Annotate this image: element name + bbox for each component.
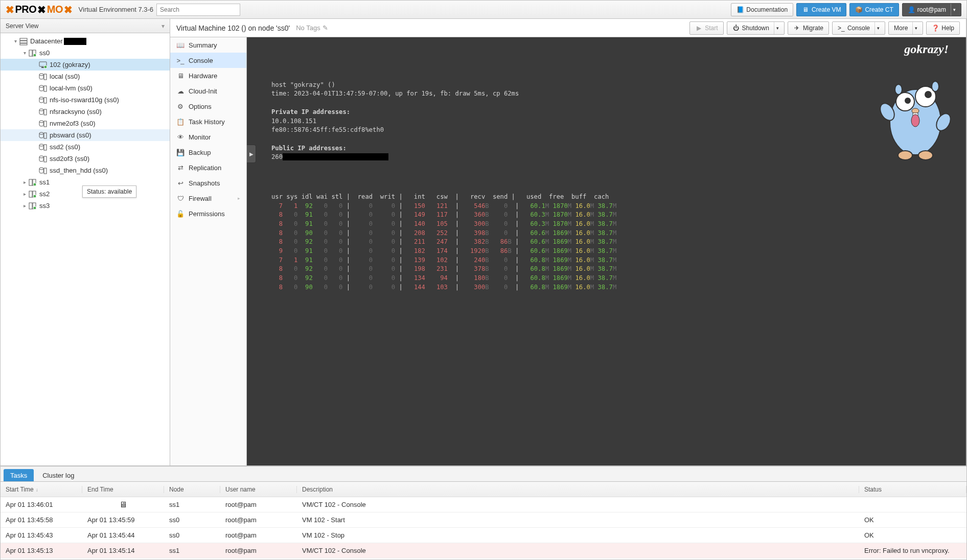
- svg-point-43: [911, 114, 919, 127]
- subnav-label: Console: [189, 57, 213, 64]
- col-start-time[interactable]: Start Time↓: [1, 486, 82, 493]
- svg-point-46: [898, 151, 912, 160]
- tree-item-local-lvm-ss0-[interactable]: local-lvm (ss0): [1, 82, 170, 94]
- subnav-console[interactable]: >_Console: [170, 53, 246, 68]
- col-user[interactable]: User name: [220, 486, 297, 493]
- subnav-monitor[interactable]: 👁Monitor: [170, 129, 246, 145]
- expand-icon: ▸: [21, 203, 28, 208]
- documentation-button[interactable]: 📘Documentation: [731, 3, 793, 16]
- logo-pro: PRO: [15, 4, 37, 15]
- tree-item-nvme2of3-ss0-[interactable]: nvme2of3 (ss0): [1, 118, 170, 129]
- tree-item-label: local-lvm (ss0): [50, 84, 93, 92]
- shutdown-label: Shutdown: [742, 25, 769, 32]
- help-icon: ❓: [932, 25, 939, 32]
- task-log-row[interactable]: Apr 01 13:46:01🖥ss1root@pamVM/CT 102 - C…: [1, 497, 966, 512]
- top-bar: ✖ PRO ✖ MO ✖ Virtual Environment 7.3-6 📘…: [1, 1, 966, 19]
- col-end-time[interactable]: End Time: [82, 486, 164, 493]
- col-node[interactable]: Node: [164, 486, 220, 493]
- subnav-label: Snapshots: [189, 179, 220, 187]
- tab-tasks[interactable]: Tasks: [4, 469, 34, 481]
- svg-point-21: [39, 144, 43, 146]
- subnav-task-history[interactable]: 📋Task History: [170, 114, 246, 129]
- subnav-replication[interactable]: ⇄Replication: [170, 160, 246, 175]
- cell-desc: VM/CT 102 - Console: [297, 501, 859, 508]
- subnav-cloud-init[interactable]: ☁Cloud-Init: [170, 83, 246, 99]
- tree-item-ss3[interactable]: ▸ss3: [1, 200, 170, 212]
- subnav-label: Firewall: [189, 195, 212, 202]
- svg-point-35: [33, 206, 36, 209]
- tree-item-pbsward-ss0-[interactable]: pbsward (ss0): [1, 129, 170, 141]
- subnav-options[interactable]: ⚙Options: [170, 99, 246, 114]
- tree-item-ssd2of3-ss0-[interactable]: ssd2of3 (ss0): [1, 153, 170, 165]
- cell-start: Apr 01 13:45:13: [1, 547, 82, 554]
- node-icon: [28, 202, 37, 210]
- help-button[interactable]: ❓Help: [926, 21, 960, 35]
- svg-rect-10: [44, 74, 47, 80]
- create-ct-label: Create CT: [865, 6, 893, 13]
- shutdown-button[interactable]: ⏻Shutdown▾: [727, 21, 785, 35]
- play-icon: ▶: [695, 25, 702, 32]
- tree-item-nfs-iso-rsward10g-ss0-[interactable]: nfs-iso-rsward10g (ss0): [1, 94, 170, 106]
- cell-end: Apr 01 13:45:14: [82, 547, 164, 554]
- start-button[interactable]: ▶Start: [689, 21, 723, 35]
- subnav-snapshots[interactable]: ↩Snapshots: [170, 175, 246, 191]
- task-log-row[interactable]: Apr 01 13:45:58Apr 01 13:45:59ss0root@pa…: [1, 512, 966, 528]
- create-ct-button[interactable]: 📦Create CT: [849, 3, 899, 16]
- tree-item-ss0[interactable]: ▾ss0: [1, 47, 170, 59]
- chevron-down-icon: ▾: [951, 4, 956, 16]
- col-description[interactable]: Description: [297, 486, 859, 493]
- subnav-label: Hardware: [189, 72, 217, 80]
- server-view-header[interactable]: Server View ▾: [1, 19, 170, 33]
- tree-item-ss2[interactable]: ▸ss2: [1, 188, 170, 200]
- subnav-label: Task History: [189, 118, 225, 126]
- console-panel[interactable]: ▶ gokrazy!: [247, 37, 966, 465]
- tree-item-label: ss2: [39, 190, 50, 198]
- svg-rect-12: [44, 86, 47, 91]
- subnav-firewall[interactable]: 🛡Firewall▸: [170, 191, 246, 206]
- tree-item-label: nfsracksyno (ss0): [50, 108, 102, 115]
- content-panel: Virtual Machine 102 () on node 'ss0' No …: [170, 19, 966, 465]
- cell-end: Apr 01 13:45:44: [82, 531, 164, 539]
- tree-item-ssd2-ss0-[interactable]: ssd2 (ss0): [1, 141, 170, 153]
- tags-label: No Tags: [296, 24, 320, 32]
- cell-end: Apr 01 13:45:59: [82, 516, 164, 524]
- subnav-hardware[interactable]: 🖥Hardware: [170, 68, 246, 83]
- task-log-row[interactable]: Apr 01 13:45:13Apr 01 13:45:14ss1root@pa…: [1, 543, 966, 558]
- more-button[interactable]: More▾: [888, 21, 923, 35]
- tree-item-datacenter[interactable]: ▾Datacenter: [1, 35, 170, 47]
- create-vm-button[interactable]: 🖥Create VM: [796, 3, 846, 16]
- subnav-permissions[interactable]: 🔓Permissions: [170, 206, 246, 221]
- log-tabs: Tasks Cluster log: [1, 466, 966, 482]
- expand-icon: ▸: [21, 191, 28, 197]
- console-button[interactable]: >_Console▾: [832, 21, 885, 35]
- tab-cluster-log[interactable]: Cluster log: [36, 469, 81, 481]
- tree-item-nfsracksyno-ss0-[interactable]: nfsracksyno (ss0): [1, 106, 170, 118]
- subnav-summary[interactable]: 📖Summary: [170, 37, 246, 53]
- search-input[interactable]: [156, 4, 240, 16]
- chevron-right-icon: ▸: [238, 196, 240, 201]
- monitor-icon: 👁: [176, 133, 185, 141]
- storage-icon: [38, 96, 48, 104]
- tags-chip[interactable]: No Tags✎: [296, 24, 328, 32]
- svg-rect-24: [44, 156, 47, 162]
- options-icon: ⚙: [176, 103, 185, 110]
- tree-item-label: ss0: [39, 49, 50, 57]
- tree-item-ssd-then-hdd-ss0-[interactable]: ssd_then_hdd (ss0): [1, 165, 170, 176]
- console-icon: >_: [176, 57, 185, 64]
- tree-item-ss1[interactable]: ▸ss1: [1, 176, 170, 188]
- tree-item-102-gokrazy-[interactable]: 102 (gokrazy): [1, 59, 170, 71]
- subnav-backup[interactable]: 💾Backup: [170, 145, 246, 160]
- subnav-label: Backup: [189, 149, 211, 156]
- col-status[interactable]: Status: [859, 486, 966, 493]
- svg-rect-14: [44, 98, 47, 103]
- tree-item-local-ss0-[interactable]: local (ss0): [1, 71, 170, 82]
- summary-icon: 📖: [176, 41, 185, 49]
- cell-desc: VM/CT 102 - Console: [297, 547, 859, 554]
- user-menu-button[interactable]: 👤root@pam▾: [902, 3, 961, 16]
- migrate-button[interactable]: ✈Migrate: [788, 21, 829, 35]
- cell-start: Apr 01 13:45:43: [1, 531, 82, 539]
- svg-point-39: [905, 98, 911, 104]
- cell-node: ss1: [164, 547, 220, 554]
- storage-icon: [38, 131, 48, 139]
- task-log-row[interactable]: Apr 01 13:45:43Apr 01 13:45:44ss0root@pa…: [1, 528, 966, 543]
